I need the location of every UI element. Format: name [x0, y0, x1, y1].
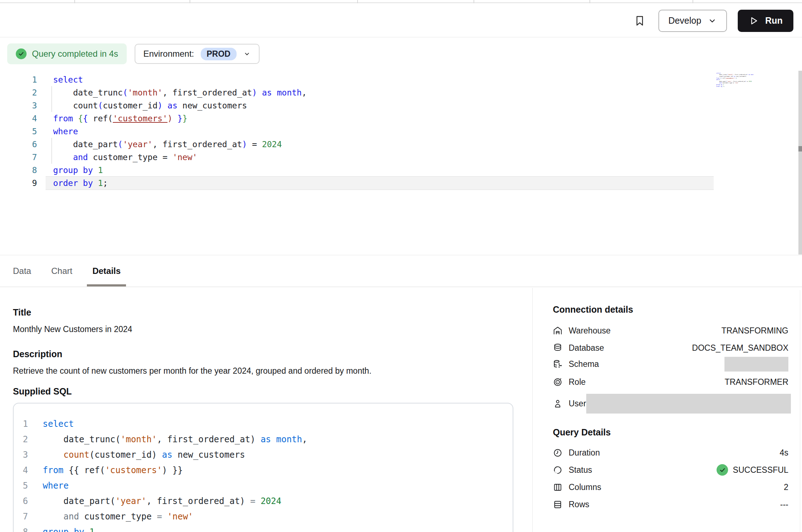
code-line: 5where	[0, 125, 802, 138]
duration-icon	[553, 448, 563, 458]
line-number: 4	[14, 463, 28, 478]
query-status-text: Query completed in 4s	[32, 49, 118, 59]
query-details-row-value: 4s	[780, 448, 788, 458]
query-details-heading: Query Details	[553, 426, 788, 438]
status-value: SUCCESSFUL	[733, 465, 788, 475]
code-line: 7 and customer_type = 'new'	[14, 509, 513, 524]
connection-row-label: Schema	[569, 359, 599, 369]
code-line: 2 date_trunc('month', first_ordered_at) …	[0, 86, 802, 99]
connection-row-schema: Schema	[553, 357, 788, 372]
tab-divider	[589, 0, 590, 3]
connection-row-label: User	[569, 399, 586, 409]
check-circle-icon	[16, 48, 27, 59]
query-details-row-status: Status SUCCESSFUL	[553, 464, 788, 476]
tab-divider	[74, 0, 75, 3]
details-panel: Title Monthly New Customers in 2024 Desc…	[0, 288, 802, 532]
line-number: 4	[0, 112, 37, 125]
query-status-bar: Query completed in 4s Environment: PROD	[0, 38, 802, 70]
line-number: 7	[14, 509, 28, 524]
tab-details[interactable]: Details	[92, 255, 121, 286]
query-details-row-label: Duration	[569, 448, 600, 458]
connection-row-value: TRANSFORMING	[721, 326, 788, 336]
tab-divider	[190, 0, 190, 3]
supplied-sql-code: 1select2 date_trunc('month', first_order…	[14, 416, 513, 532]
query-details-row-rows: Rows ---	[553, 498, 788, 510]
success-check-icon	[717, 464, 728, 476]
line-number: 8	[14, 524, 28, 532]
supplied-sql-card: 1select2 date_trunc('month', first_order…	[13, 403, 513, 532]
status-spinner-icon	[553, 465, 563, 475]
scrollbar-thumb[interactable]	[798, 146, 802, 151]
editor-scrollbar[interactable]	[798, 71, 802, 255]
play-icon	[749, 16, 759, 26]
tab-divider	[693, 0, 693, 3]
query-details-row-value: ---	[780, 500, 788, 509]
run-button-label: Run	[765, 15, 783, 26]
line-number: 3	[0, 99, 37, 112]
query-details-row-label: Columns	[569, 482, 601, 492]
query-details-row-label: Rows	[569, 500, 589, 509]
connection-row-warehouse: Warehouse TRANSFORMING	[553, 325, 788, 337]
code-line: order by 1;	[716, 85, 722, 87]
tab-divider	[474, 0, 474, 3]
description-value: Retrieve the count of new customers per …	[13, 365, 532, 376]
schema-value-redacted	[724, 357, 788, 372]
editor-minimap[interactable]: select date_trunc('month', first_ordered…	[716, 72, 754, 89]
line-number: 8	[0, 164, 37, 177]
run-button[interactable]: Run	[738, 10, 793, 32]
query-details-row-duration: Duration 4s	[553, 447, 788, 459]
query-status-pill: Query completed in 4s	[7, 43, 127, 64]
tab-divider	[357, 0, 358, 3]
bookmark-button[interactable]	[632, 11, 648, 30]
database-icon	[553, 343, 563, 353]
collapsed-tab-strip	[0, 0, 802, 3]
status-badge: SUCCESSFUL	[717, 464, 788, 476]
role-icon	[553, 377, 563, 387]
user-value-redacted	[586, 394, 791, 414]
code-line: 9order by 1;	[0, 177, 802, 190]
line-number: 5	[14, 478, 28, 494]
connection-row-role: Role TRANSFORMER	[553, 376, 788, 388]
header-toolbar: Develop Run	[0, 4, 802, 37]
line-number: 6	[14, 494, 28, 509]
environment-selector[interactable]: Environment: PROD	[135, 44, 260, 64]
description-heading: Description	[13, 348, 532, 360]
code-line: 1select	[0, 73, 802, 86]
connection-row-label: Role	[569, 377, 586, 387]
user-icon	[553, 399, 563, 409]
code-line: 4from {{ ref('customers') }}	[0, 112, 802, 125]
code-line: 8group by 1	[14, 524, 513, 532]
title-value: Monthly New Customers in 2024	[13, 324, 532, 335]
line-number: 3	[14, 447, 28, 463]
line-number: 1	[0, 73, 37, 86]
code-line: 2 date_trunc('month', first_ordered_at) …	[14, 432, 513, 447]
sql-editor[interactable]: 1select2 date_trunc('month', first_order…	[0, 70, 802, 255]
tab-chart[interactable]: Chart	[51, 255, 73, 286]
warehouse-icon	[553, 326, 563, 336]
supplied-sql-heading: Supplied SQL	[13, 386, 532, 397]
query-details-row-value: 2	[784, 482, 788, 492]
details-main-column: Title Monthly New Customers in 2024 Desc…	[0, 288, 532, 532]
line-number: 7	[0, 151, 37, 164]
code-line: 7 and customer_type = 'new'	[0, 151, 802, 164]
environment-value-badge: PROD	[201, 48, 237, 60]
develop-dropdown[interactable]: Develop	[658, 10, 727, 32]
query-details-row-label: Status	[569, 465, 592, 475]
code-line: 4from {{ ref('customers') }}	[14, 463, 513, 478]
connection-row-value: DOCS_TEAM_SANDBOX	[692, 343, 788, 353]
connection-row-label: Database	[569, 343, 604, 353]
columns-icon	[553, 482, 563, 492]
query-details-row-columns: Columns 2	[553, 481, 788, 493]
code-line: 8group by 1	[0, 164, 802, 177]
connection-row-label: Warehouse	[569, 326, 611, 336]
schema-icon	[553, 359, 563, 369]
tab-data[interactable]: Data	[13, 255, 31, 286]
editor-code[interactable]: 1select2 date_trunc('month', first_order…	[0, 70, 802, 190]
line-number: 2	[14, 432, 28, 447]
details-side-panel: Connection details Warehouse TRANSFORMIN…	[532, 288, 802, 532]
code-line: 1select	[14, 416, 513, 432]
line-number: 5	[0, 125, 37, 138]
line-number: 9	[0, 177, 37, 190]
connection-row-user: User	[553, 394, 788, 414]
code-line: 3 count(customer_id) as new_customers	[0, 99, 802, 112]
